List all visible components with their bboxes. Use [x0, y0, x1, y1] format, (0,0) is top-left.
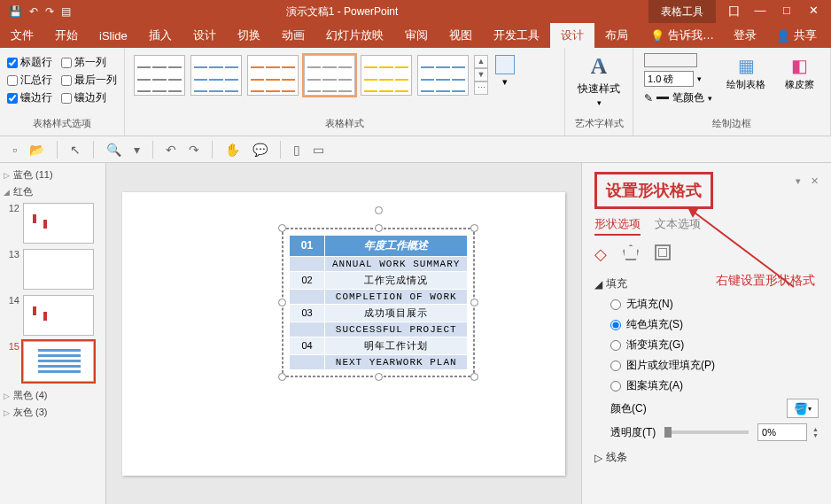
slide-thumb[interactable]: 12: [4, 203, 102, 244]
shading-dropdown[interactable]: ▾: [490, 51, 520, 91]
td[interactable]: [290, 354, 325, 369]
td[interactable]: 成功项目展示: [325, 304, 468, 322]
undo-icon[interactable]: ↶: [166, 143, 176, 157]
wordart-icon[interactable]: A: [591, 53, 608, 80]
style-swatch[interactable]: [134, 55, 185, 96]
save-icon[interactable]: 💾: [9, 5, 22, 18]
slideshow-icon[interactable]: ▤: [61, 5, 71, 18]
tab-table-design[interactable]: 设计: [550, 23, 594, 48]
slide-thumb[interactable]: 13: [4, 249, 102, 290]
td[interactable]: [290, 289, 325, 304]
tab-table-layout[interactable]: 布局: [594, 23, 639, 48]
td[interactable]: SUCCESSFUL PROJECT: [325, 322, 468, 337]
tell-me[interactable]: 💡告诉我…: [643, 23, 721, 48]
cb-header-row[interactable]: 标题行: [7, 55, 52, 70]
slide-thumb[interactable]: 14: [4, 295, 102, 336]
tab-design[interactable]: 设计: [183, 23, 227, 48]
draw-table-button[interactable]: ▦ 绘制表格: [721, 53, 771, 93]
pane-tab-shape[interactable]: 形状选项: [594, 216, 641, 236]
td[interactable]: ANNUAL WORK SUMMARY: [325, 256, 468, 271]
style-swatch[interactable]: [247, 55, 299, 96]
transparency-slider[interactable]: [664, 430, 749, 434]
cb-banded-row[interactable]: 镶边行: [7, 90, 52, 105]
td[interactable]: 03: [290, 304, 325, 322]
tab-review[interactable]: 审阅: [394, 23, 439, 48]
section-red[interactable]: ◢红色: [4, 183, 102, 200]
zoom-dropdown[interactable]: ▾: [134, 143, 140, 157]
login-button[interactable]: 登录: [726, 23, 764, 48]
distribute-icon[interactable]: ▭: [313, 143, 324, 157]
radio-picture-fill[interactable]: 图片或纹理填充(P): [610, 358, 819, 373]
fill-icon[interactable]: ◇: [594, 244, 607, 264]
pane-close[interactable]: ▾ ✕: [796, 175, 822, 187]
table-style-gallery[interactable]: ▲▼⋯: [132, 51, 490, 99]
radio-pattern-fill[interactable]: 图案填充(A): [610, 378, 819, 393]
style-swatch[interactable]: [190, 55, 242, 96]
style-swatch[interactable]: [417, 55, 469, 96]
redo-icon[interactable]: ↷: [189, 143, 199, 157]
cb-last-col[interactable]: 最后一列: [61, 73, 117, 88]
tab-slideshow[interactable]: 幻灯片放映: [315, 23, 394, 48]
tab-file[interactable]: 文件: [0, 23, 44, 48]
share-button[interactable]: 👤共享: [769, 23, 824, 48]
slide-thumb[interactable]: 15: [4, 341, 102, 382]
tab-developer[interactable]: 开发工具: [483, 23, 550, 48]
effects-icon[interactable]: [623, 244, 639, 260]
eraser-button[interactable]: ◧ 橡皮擦: [780, 53, 819, 93]
td[interactable]: COMPLETION OF WORK: [325, 289, 468, 304]
section-line[interactable]: ▷线条: [594, 450, 819, 465]
minimize-icon[interactable]: —: [749, 4, 771, 19]
open-icon[interactable]: 📂: [29, 143, 44, 157]
td[interactable]: [290, 322, 325, 337]
style-swatch[interactable]: [361, 55, 412, 96]
radio-no-fill[interactable]: 无填充(N): [610, 297, 819, 312]
quick-style-button[interactable]: 快速样式: [578, 81, 620, 97]
restore-icon[interactable]: □: [776, 4, 797, 19]
tab-home[interactable]: 开始: [44, 23, 89, 48]
td[interactable]: 明年工作计划: [325, 337, 468, 354]
tab-animation[interactable]: 动画: [271, 23, 315, 48]
td[interactable]: 工作完成情况: [325, 271, 468, 289]
pointer-icon[interactable]: ↖: [70, 143, 81, 157]
color-picker[interactable]: 🪣▾: [787, 399, 819, 418]
td[interactable]: 02: [290, 271, 325, 289]
table-selection[interactable]: 01年度工作概述 ANNUAL WORK SUMMARY 02工作完成情况 CO…: [289, 235, 468, 370]
ribbon-display-icon[interactable]: 囗: [723, 4, 744, 19]
slide-canvas[interactable]: 01年度工作概述 ANNUAL WORK SUMMARY 02工作完成情况 CO…: [106, 163, 581, 504]
th[interactable]: 01: [290, 235, 325, 256]
section-blue[interactable]: ▷蓝色 (11): [4, 167, 102, 183]
td[interactable]: 04: [290, 337, 325, 354]
tab-view[interactable]: 视图: [439, 23, 483, 48]
td[interactable]: [290, 256, 325, 271]
style-swatch[interactable]: [304, 55, 355, 96]
cb-total-row[interactable]: 汇总行: [7, 73, 52, 88]
slide-table[interactable]: 01年度工作概述 ANNUAL WORK SUMMARY 02工作完成情况 CO…: [289, 235, 468, 370]
td[interactable]: NEXT YEARWORK PLAN: [325, 354, 468, 369]
tab-islide[interactable]: iSlide: [89, 23, 138, 48]
search-icon[interactable]: 🔍: [106, 143, 121, 157]
radio-solid-fill[interactable]: 纯色填充(S): [610, 317, 819, 332]
cb-first-col[interactable]: 第一列: [61, 55, 117, 70]
new-icon[interactable]: ▫: [12, 143, 17, 157]
section-black[interactable]: ▷黑色 (4): [4, 387, 102, 404]
gallery-scroll[interactable]: ▲▼⋯: [474, 55, 488, 95]
line-style-dropdown[interactable]: [644, 53, 697, 67]
pen-color-dropdown[interactable]: ✎笔颜色▾: [644, 90, 712, 105]
pane-tab-text[interactable]: 文本选项: [655, 216, 701, 236]
tab-transition[interactable]: 切换: [227, 23, 271, 48]
spinner[interactable]: ▲▼: [812, 426, 819, 438]
comment-icon[interactable]: 💬: [252, 143, 268, 157]
slide-thumbnails[interactable]: ▷蓝色 (11) ◢红色 12 13 14 15 ▷黑色 (4) ▷灰色 (3): [0, 163, 106, 504]
radio-gradient-fill[interactable]: 渐变填充(G): [610, 337, 819, 353]
line-weight-dropdown[interactable]: 1.0 磅▾: [644, 71, 712, 87]
undo-icon[interactable]: ↶: [29, 5, 38, 18]
hand-icon[interactable]: ✋: [225, 143, 240, 157]
close-icon[interactable]: ✕: [803, 4, 824, 19]
th[interactable]: 年度工作概述: [325, 235, 468, 256]
tab-insert[interactable]: 插入: [138, 23, 183, 48]
cb-banded-col[interactable]: 镶边列: [61, 90, 117, 105]
align-icon[interactable]: ▯: [293, 143, 300, 157]
transparency-input[interactable]: [757, 423, 807, 441]
section-gray[interactable]: ▷灰色 (3): [4, 404, 102, 421]
redo-icon[interactable]: ↷: [45, 5, 54, 18]
